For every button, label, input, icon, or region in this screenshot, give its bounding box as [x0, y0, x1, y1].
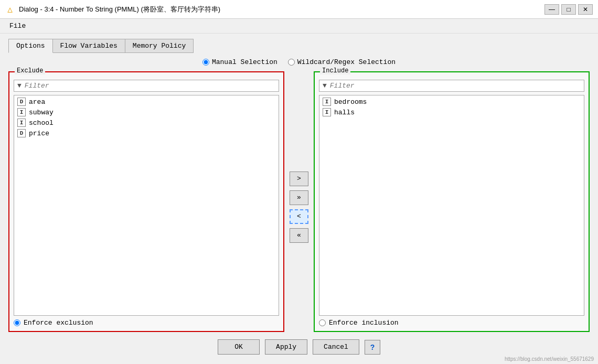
move-right-button[interactable]: > — [290, 172, 308, 186]
type-badge-price: D — [17, 129, 26, 137]
exclude-filter-icon: ▼ — [17, 82, 22, 90]
list-item[interactable]: I halls — [319, 107, 584, 117]
include-filter-input[interactable] — [330, 82, 581, 90]
exclude-legend: Exclude — [15, 67, 45, 74]
panels-row: Exclude ▼ D area I subway I — [8, 71, 590, 332]
manual-selection-radio-label[interactable]: Manual Selection — [202, 58, 277, 66]
include-filter-container: ▼ — [319, 80, 584, 92]
file-menu[interactable]: File — [4, 20, 31, 32]
enforce-exclusion-row: Enforce exclusion — [14, 319, 279, 327]
include-legend: Include — [320, 67, 350, 74]
options-panel: Manual Selection Wildcard/Regex Selectio… — [8, 58, 590, 332]
manual-selection-radio[interactable] — [202, 59, 209, 66]
window-title: Dialog - 3:4 - Number To String (PMML) (… — [19, 5, 540, 14]
type-badge-bedrooms: I — [323, 98, 331, 106]
tab-bar: Options Flow Variables Memory Policy — [8, 39, 590, 53]
menubar: File — [0, 19, 598, 34]
list-item[interactable]: I school — [14, 117, 279, 128]
move-all-left-button[interactable]: « — [290, 228, 308, 243]
manual-selection-label: Manual Selection — [212, 58, 277, 66]
enforce-exclusion-label: Enforce exclusion — [24, 319, 93, 327]
exclude-filter-input[interactable] — [25, 82, 275, 90]
watermark: https://blog.csdn.net/weixin_55671629 — [505, 356, 594, 362]
enforce-inclusion-row: Enforce inclusion — [319, 319, 584, 327]
wildcard-selection-radio[interactable] — [288, 59, 295, 66]
list-item[interactable]: D area — [14, 97, 279, 107]
exclude-list: D area I subway I school D price — [14, 95, 279, 316]
type-badge-subway: I — [17, 108, 26, 116]
item-label-price: price — [29, 130, 49, 137]
selection-mode-row: Manual Selection Wildcard/Regex Selectio… — [8, 58, 590, 66]
minimize-button[interactable]: — — [544, 4, 559, 15]
type-badge-area: D — [17, 98, 26, 106]
enforce-exclusion-radio[interactable] — [14, 319, 20, 326]
apply-button[interactable]: Apply — [265, 339, 307, 355]
restore-button[interactable]: □ — [561, 4, 576, 15]
bottom-bar: OK Apply Cancel ? — [8, 332, 590, 359]
window-controls: — □ ✕ — [544, 4, 593, 15]
include-box: Include ▼ I bedrooms I halls — [314, 71, 590, 332]
wildcard-selection-radio-label[interactable]: Wildcard/Regex Selection — [288, 58, 396, 66]
move-all-right-button[interactable]: » — [290, 190, 308, 205]
tab-memory-policy[interactable]: Memory Policy — [125, 39, 194, 53]
exclude-box: Exclude ▼ D area I subway I — [8, 71, 284, 332]
titlebar: △ Dialog - 3:4 - Number To String (PMML)… — [0, 0, 598, 19]
item-label-halls: halls — [334, 109, 355, 116]
tab-flow-variables[interactable]: Flow Variables — [52, 39, 125, 53]
item-label-school: school — [29, 119, 54, 127]
transfer-buttons: > » < « — [284, 82, 314, 332]
tab-options[interactable]: Options — [8, 39, 53, 53]
move-left-button[interactable]: < — [290, 209, 308, 224]
main-content: Options Flow Variables Memory Policy Man… — [0, 34, 598, 364]
app-icon: △ — [5, 5, 15, 14]
enforce-inclusion-radio[interactable] — [319, 319, 326, 326]
include-filter-icon: ▼ — [323, 82, 327, 90]
item-label-subway: subway — [29, 109, 54, 116]
list-item[interactable]: I bedrooms — [319, 97, 584, 107]
item-label-bedrooms: bedrooms — [334, 98, 367, 106]
cancel-button[interactable]: Cancel — [313, 339, 359, 355]
wildcard-selection-label: Wildcard/Regex Selection — [297, 58, 396, 66]
item-label-area: area — [29, 98, 45, 106]
close-button[interactable]: ✕ — [578, 4, 593, 15]
type-badge-school: I — [17, 119, 26, 127]
enforce-inclusion-label: Enforce inclusion — [329, 319, 399, 327]
list-item[interactable]: I subway — [14, 107, 279, 117]
include-list: I bedrooms I halls — [319, 95, 584, 316]
ok-button[interactable]: OK — [218, 339, 260, 355]
help-button[interactable]: ? — [365, 340, 380, 355]
exclude-filter-container: ▼ — [14, 80, 279, 92]
list-item[interactable]: D price — [14, 128, 279, 138]
type-badge-halls: I — [323, 108, 331, 116]
